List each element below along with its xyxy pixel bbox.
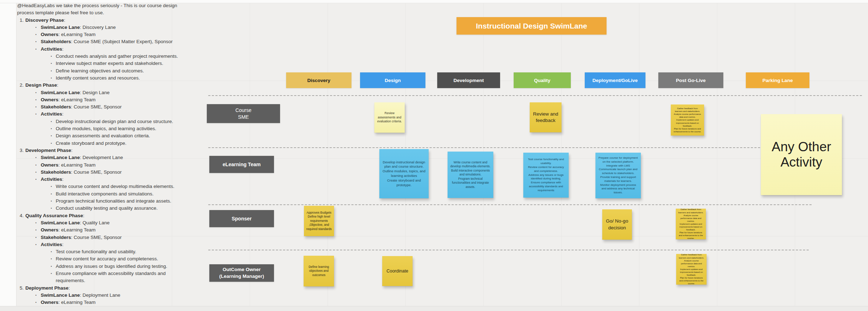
sticky-test-course-functionality[interactable]: Test course functionality and usability.… (523, 153, 569, 198)
phase-property-text: SwimLance Lane: Quality Lane (41, 219, 188, 226)
bullet-dot: • (35, 89, 41, 96)
sticky-gather-feedback-outcome-owner[interactable]: Gather feedback from learners and stakeh… (676, 254, 707, 285)
lane-header-design[interactable]: Design (360, 72, 425, 88)
phase-property-text: Owners: eLearning Team (41, 31, 188, 38)
phase-heading: 4.Quality Assurance Phase: (17, 212, 188, 219)
activity-item: •Develop instructional design plan and c… (17, 118, 188, 125)
phase-property: •Owners: eLearning Team (17, 299, 188, 306)
phase-property-text: Stakeholders: Course SME, Sponsor (41, 234, 188, 241)
bullet-dot: • (35, 46, 41, 53)
activity-item: •Ensure compliance with accessibility st… (17, 270, 188, 285)
bullet-dot: • (51, 198, 56, 205)
lane-header-quality[interactable]: Quality (514, 72, 571, 88)
activity-item-text: Ensure compliance with accessibility sta… (56, 270, 188, 285)
list-number: 4. (20, 212, 25, 219)
sticky-define-learning-objectives[interactable]: Define learning objectives and outcomes (304, 256, 334, 286)
bullet-dot: • (35, 169, 41, 176)
activity-item: •Interview subject matter experts and st… (17, 60, 188, 67)
lane-header-post-go-live[interactable]: Post Go-Live (658, 72, 723, 88)
phase-property-text: SwimLance Lane: Development Lane (41, 154, 188, 161)
activity-item-text: Interview subject matter experts and sta… (56, 60, 188, 67)
bullet-dot: • (35, 103, 41, 111)
lane-separator (208, 204, 812, 205)
row-label-elearning-team[interactable]: eLearning Team (209, 156, 274, 173)
activity-item: •Address any issues or bugs identified d… (17, 263, 188, 270)
activity-item-text: Address any issues or bugs identified du… (56, 263, 188, 270)
phase-property-text: Activities: (41, 46, 188, 53)
lane-header-parking-lane[interactable]: Parking Lane (746, 72, 809, 88)
list-number: 1. (20, 17, 25, 24)
phase-heading-text: Deployment Phase: (25, 285, 188, 292)
bullet-dot: • (51, 263, 56, 270)
phase-heading: 5.Deployment Phase: (17, 285, 188, 292)
sticky-gather-feedback-course-sme[interactable]: Gather feedback from learners and stakeh… (671, 104, 704, 136)
bullet-dot: • (51, 190, 56, 198)
phase-property: •Stakeholders: Course SME, Sponsor (17, 103, 188, 111)
process-notes-document[interactable]: @HeadEasyLabs we take the process seriou… (17, 2, 188, 310)
bullet-dot: • (35, 292, 41, 299)
sticky-gather-feedback-sponser[interactable]: Gather feedback from learners and stakeh… (676, 209, 706, 239)
phase-property-text: Owners: eLearning Team (41, 96, 188, 103)
phase-property: •Activities: (17, 241, 188, 248)
lane-header-deployment-golive[interactable]: Deployment/GoLive (585, 72, 645, 88)
sticky-any-other-activity[interactable]: Any Other Activity (761, 114, 842, 195)
activity-item-text: Program technical functionalities and in… (56, 198, 188, 205)
whiteboard-canvas: @HeadEasyLabs we take the process seriou… (0, 0, 868, 311)
activity-item-text: Develop instructional design plan and co… (56, 118, 188, 125)
bullet-dot: • (51, 118, 56, 125)
canvas-left-gutter (0, 0, 16, 311)
activity-item: •Create storyboard and prototype. (17, 140, 188, 147)
phase-property-text: Activities: (41, 111, 188, 118)
sticky-review-and-feedback[interactable]: Review and feedback (530, 102, 562, 132)
sticky-coordinate[interactable]: Coordinate (382, 256, 413, 286)
bullet-dot: • (35, 162, 41, 169)
bullet-dot: • (51, 132, 56, 139)
phase-heading-text: Discovery Phase: (25, 17, 188, 24)
list-number: 2. (20, 82, 25, 89)
activity-item-text: Write course content and develop multime… (56, 183, 188, 190)
phase-property-text: Stakeholders: Course SME, Sponsor (41, 103, 188, 111)
bullet-dot: • (35, 241, 41, 248)
activity-item-text: Design assessments and evaluation criter… (56, 132, 188, 139)
activity-item: •Build interactive components and simula… (17, 190, 188, 198)
sticky-approves-budgets[interactable]: Approves Budgets Define high level requi… (304, 206, 334, 236)
doc-intro: @HeadEasyLabs we take the process seriou… (17, 2, 188, 17)
phase-property: •Stakeholders: Course SME, Sponsor (17, 234, 188, 241)
lane-header-discovery[interactable]: Discovery (286, 72, 351, 88)
phase-property: •Activities: (17, 111, 188, 118)
sticky-review-assessments[interactable]: Review assessments and evaluation criter… (374, 102, 405, 133)
activity-item-text: Conduct usability testing and quality as… (56, 205, 188, 212)
row-label-course-sme[interactable]: Course SME (207, 104, 280, 123)
row-label-sponser[interactable]: Sponser (209, 210, 274, 227)
phase-property: •Owners: eLearning Team (17, 162, 188, 169)
activity-item-text: Conduct needs analysis and gather projec… (56, 53, 188, 60)
phase-property: •Owners: eLearning Team (17, 31, 188, 38)
board-title-banner[interactable]: Instructional Design SwimLane (457, 17, 607, 35)
bullet-dot: • (51, 75, 56, 82)
activity-item: •Write course content and develop multim… (17, 183, 188, 190)
lane-separator (208, 250, 809, 250)
bullet-dot: • (51, 125, 56, 132)
bullet-dot: • (35, 299, 41, 306)
phase-property-text: Owners: eLearning Team (41, 299, 188, 306)
bullet-dot: • (51, 67, 56, 75)
phase-property-text: Activities: (41, 241, 188, 248)
phase-heading-text: Development Phase: (25, 147, 188, 154)
phase-property: •Activities: (17, 176, 188, 183)
phase-property: •Owners: eLearning Team (17, 96, 188, 103)
bullet-dot: • (51, 270, 56, 277)
sticky-write-course-content[interactable]: Write course content and develop multime… (448, 152, 493, 198)
phase-heading-text: Quality Assurance Phase: (25, 212, 188, 219)
bullet-dot: • (35, 176, 41, 183)
bullet-dot: • (51, 60, 56, 67)
activity-item: •Outline modules, topics, and learning a… (17, 125, 188, 132)
lane-header-development[interactable]: Development (437, 72, 500, 88)
list-number: 3. (20, 147, 25, 154)
phase-property-text: Owners: eLearning Team (41, 162, 188, 169)
row-label-outcome-owner-learning-manager[interactable]: OutCome Owner (Learning Manager) (209, 264, 274, 282)
sticky-develop-design-plan[interactable]: Develop instructional design plan and co… (379, 149, 429, 198)
sticky-go-no-go-decision[interactable]: Go/ No-go decision (602, 209, 632, 240)
sticky-prepare-deployment[interactable]: Prepare course for deployment on the sel… (595, 153, 641, 198)
phase-property: •Stakeholders: Course SME, Sponsor (17, 169, 188, 176)
activity-item: •Conduct needs analysis and gather proje… (17, 53, 188, 60)
